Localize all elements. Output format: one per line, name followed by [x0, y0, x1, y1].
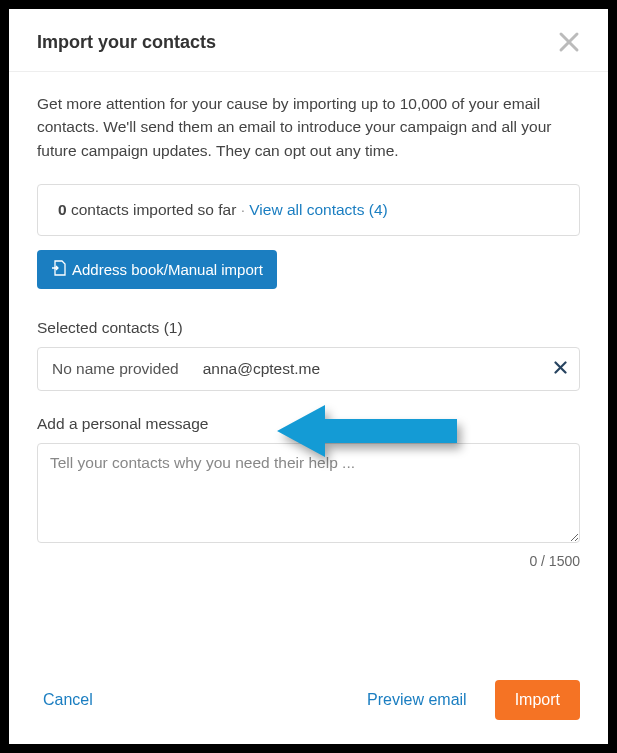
cancel-button[interactable]: Cancel — [37, 681, 99, 719]
address-book-label: Address book/Manual import — [72, 261, 263, 278]
message-label-row: Add a personal message — [37, 415, 580, 433]
modal-footer: Cancel Preview email Import — [9, 662, 608, 744]
import-file-icon — [51, 260, 66, 279]
callout-arrow-icon — [277, 401, 462, 465]
svg-marker-4 — [277, 405, 457, 457]
modal-header: Import your contacts — [9, 9, 608, 72]
imported-suffix: contacts imported so far — [67, 201, 237, 218]
contact-name: No name provided — [52, 360, 179, 378]
selected-contacts-label: Selected contacts (1) — [37, 319, 580, 337]
import-contacts-modal: Import your contacts Get more attention … — [9, 9, 608, 744]
import-button[interactable]: Import — [495, 680, 580, 720]
intro-text: Get more attention for your cause by imp… — [37, 92, 580, 162]
remove-contact-icon[interactable] — [554, 360, 567, 378]
imported-count: 0 — [58, 201, 67, 218]
contact-email: anna@cptest.me — [203, 360, 320, 378]
char-counter: 0 / 1500 — [37, 553, 580, 569]
preview-email-button[interactable]: Preview email — [361, 681, 473, 719]
contact-row: No name provided anna@cptest.me — [37, 347, 580, 391]
separator-dot: · — [236, 201, 249, 218]
address-book-button[interactable]: Address book/Manual import — [37, 250, 277, 289]
import-status-box: 0 contacts imported so far · View all co… — [37, 184, 580, 236]
modal-body: Get more attention for your cause by imp… — [9, 72, 608, 662]
view-all-contacts-link[interactable]: View all contacts (4) — [249, 201, 387, 218]
modal-title: Import your contacts — [37, 32, 216, 53]
close-icon[interactable] — [558, 31, 580, 53]
